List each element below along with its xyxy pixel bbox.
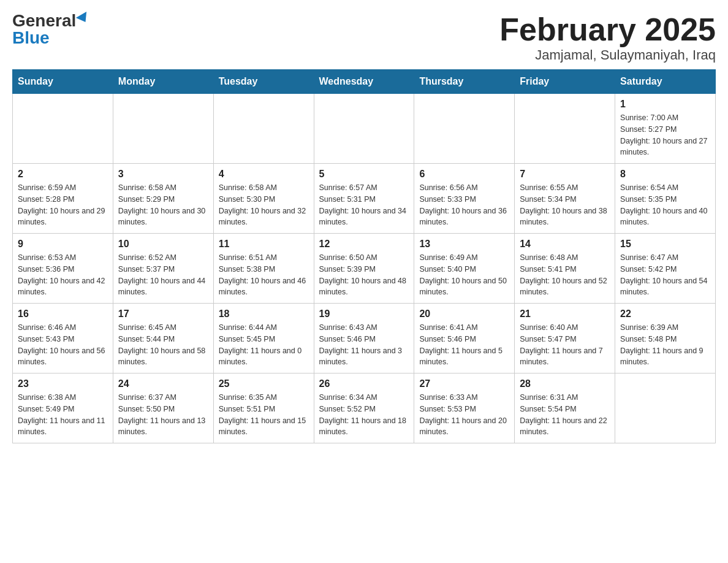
weekday-header-tuesday: Tuesday: [213, 70, 314, 94]
day-info: Sunrise: 6:35 AMSunset: 5:51 PMDaylight:…: [219, 392, 309, 438]
calendar-cell: 28Sunrise: 6:31 AMSunset: 5:54 PMDayligh…: [515, 373, 615, 443]
day-number: 2: [18, 169, 108, 180]
calendar-cell: 14Sunrise: 6:48 AMSunset: 5:41 PMDayligh…: [515, 234, 615, 304]
day-number: 4: [219, 169, 309, 180]
calendar-cell: [213, 94, 314, 164]
day-info: Sunrise: 6:43 AMSunset: 5:46 PMDaylight:…: [319, 322, 409, 368]
calendar-cell: 16Sunrise: 6:46 AMSunset: 5:43 PMDayligh…: [13, 304, 113, 373]
day-number: 21: [520, 308, 610, 320]
week-row-1: 1Sunrise: 7:00 AMSunset: 5:27 PMDaylight…: [13, 94, 716, 164]
day-info: Sunrise: 6:31 AMSunset: 5:54 PMDaylight:…: [520, 392, 610, 438]
day-info: Sunrise: 6:53 AMSunset: 5:36 PMDaylight:…: [18, 252, 108, 298]
week-row-5: 23Sunrise: 6:38 AMSunset: 5:49 PMDayligh…: [13, 373, 716, 443]
page-header: General Blue February 2025 Jamjamal, Sul…: [12, 12, 716, 63]
calendar-cell: 8Sunrise: 6:54 AMSunset: 5:35 PMDaylight…: [615, 164, 716, 234]
calendar-cell: 26Sunrise: 6:34 AMSunset: 5:52 PMDayligh…: [314, 373, 414, 443]
day-info: Sunrise: 6:59 AMSunset: 5:28 PMDaylight:…: [18, 182, 108, 228]
weekday-header-thursday: Thursday: [414, 70, 515, 94]
day-number: 16: [18, 308, 108, 320]
day-number: 28: [520, 378, 610, 389]
day-number: 17: [118, 308, 208, 320]
day-info: Sunrise: 6:55 AMSunset: 5:34 PMDaylight:…: [520, 182, 610, 228]
logo-general-text: General: [12, 12, 76, 29]
day-info: Sunrise: 6:41 AMSunset: 5:46 PMDaylight:…: [419, 322, 509, 368]
calendar-cell: [314, 94, 414, 164]
day-info: Sunrise: 6:44 AMSunset: 5:45 PMDaylight:…: [219, 322, 309, 368]
day-info: Sunrise: 6:40 AMSunset: 5:47 PMDaylight:…: [520, 322, 610, 368]
day-info: Sunrise: 6:39 AMSunset: 5:48 PMDaylight:…: [620, 322, 710, 368]
day-number: 3: [118, 169, 208, 180]
calendar-cell: 23Sunrise: 6:38 AMSunset: 5:49 PMDayligh…: [13, 373, 113, 443]
day-info: Sunrise: 6:58 AMSunset: 5:30 PMDaylight:…: [219, 182, 309, 228]
calendar-cell: 25Sunrise: 6:35 AMSunset: 5:51 PMDayligh…: [213, 373, 314, 443]
logo-triangle-icon: [76, 12, 91, 25]
calendar-cell: 27Sunrise: 6:33 AMSunset: 5:53 PMDayligh…: [414, 373, 515, 443]
day-number: 11: [219, 239, 309, 250]
day-info: Sunrise: 6:50 AMSunset: 5:39 PMDaylight:…: [319, 252, 409, 298]
calendar-cell: [515, 94, 615, 164]
month-title: February 2025: [499, 12, 716, 47]
day-number: 5: [319, 169, 409, 180]
calendar-cell: 4Sunrise: 6:58 AMSunset: 5:30 PMDaylight…: [213, 164, 314, 234]
calendar-cell: [414, 94, 515, 164]
day-number: 26: [319, 378, 409, 389]
day-info: Sunrise: 7:00 AMSunset: 5:27 PMDaylight:…: [620, 112, 710, 158]
calendar-cell: 10Sunrise: 6:52 AMSunset: 5:37 PMDayligh…: [113, 234, 213, 304]
day-info: Sunrise: 6:56 AMSunset: 5:33 PMDaylight:…: [419, 182, 509, 228]
day-info: Sunrise: 6:49 AMSunset: 5:40 PMDaylight:…: [419, 252, 509, 298]
weekday-header-row: SundayMondayTuesdayWednesdayThursdayFrid…: [13, 70, 716, 94]
calendar-cell: 21Sunrise: 6:40 AMSunset: 5:47 PMDayligh…: [515, 304, 615, 373]
calendar-cell: 3Sunrise: 6:58 AMSunset: 5:29 PMDaylight…: [113, 164, 213, 234]
calendar-cell: 13Sunrise: 6:49 AMSunset: 5:40 PMDayligh…: [414, 234, 515, 304]
calendar-cell: 24Sunrise: 6:37 AMSunset: 5:50 PMDayligh…: [113, 373, 213, 443]
day-number: 12: [319, 239, 409, 250]
calendar-cell: 6Sunrise: 6:56 AMSunset: 5:33 PMDaylight…: [414, 164, 515, 234]
day-info: Sunrise: 6:52 AMSunset: 5:37 PMDaylight:…: [118, 252, 208, 298]
title-section: February 2025 Jamjamal, Sulaymaniyah, Ir…: [499, 12, 716, 63]
weekday-header-sunday: Sunday: [13, 70, 113, 94]
day-number: 7: [520, 169, 610, 180]
calendar-cell: 9Sunrise: 6:53 AMSunset: 5:36 PMDaylight…: [13, 234, 113, 304]
calendar-cell: 15Sunrise: 6:47 AMSunset: 5:42 PMDayligh…: [615, 234, 716, 304]
day-number: 10: [118, 239, 208, 250]
logo-blue-text: Blue: [12, 29, 50, 47]
day-info: Sunrise: 6:57 AMSunset: 5:31 PMDaylight:…: [319, 182, 409, 228]
calendar-cell: 11Sunrise: 6:51 AMSunset: 5:38 PMDayligh…: [213, 234, 314, 304]
day-number: 9: [18, 239, 108, 250]
weekday-header-monday: Monday: [113, 70, 213, 94]
day-number: 27: [419, 378, 509, 389]
week-row-2: 2Sunrise: 6:59 AMSunset: 5:28 PMDaylight…: [13, 164, 716, 234]
day-info: Sunrise: 6:58 AMSunset: 5:29 PMDaylight:…: [118, 182, 208, 228]
day-info: Sunrise: 6:37 AMSunset: 5:50 PMDaylight:…: [118, 392, 208, 438]
day-info: Sunrise: 6:54 AMSunset: 5:35 PMDaylight:…: [620, 182, 710, 228]
day-number: 14: [520, 239, 610, 250]
day-number: 1: [620, 99, 710, 110]
day-number: 18: [219, 308, 309, 320]
day-info: Sunrise: 6:38 AMSunset: 5:49 PMDaylight:…: [18, 392, 108, 438]
day-info: Sunrise: 6:48 AMSunset: 5:41 PMDaylight:…: [520, 252, 610, 298]
day-number: 22: [620, 308, 710, 320]
calendar-cell: 7Sunrise: 6:55 AMSunset: 5:34 PMDaylight…: [515, 164, 615, 234]
day-number: 20: [419, 308, 509, 320]
location: Jamjamal, Sulaymaniyah, Iraq: [499, 47, 716, 63]
day-info: Sunrise: 6:46 AMSunset: 5:43 PMDaylight:…: [18, 322, 108, 368]
week-row-3: 9Sunrise: 6:53 AMSunset: 5:36 PMDaylight…: [13, 234, 716, 304]
day-number: 13: [419, 239, 509, 250]
day-info: Sunrise: 6:34 AMSunset: 5:52 PMDaylight:…: [319, 392, 409, 438]
calendar-cell: 2Sunrise: 6:59 AMSunset: 5:28 PMDaylight…: [13, 164, 113, 234]
day-number: 8: [620, 169, 710, 180]
day-info: Sunrise: 6:33 AMSunset: 5:53 PMDaylight:…: [419, 392, 509, 438]
weekday-header-friday: Friday: [515, 70, 615, 94]
calendar-cell: 22Sunrise: 6:39 AMSunset: 5:48 PMDayligh…: [615, 304, 716, 373]
calendar-cell: 12Sunrise: 6:50 AMSunset: 5:39 PMDayligh…: [314, 234, 414, 304]
calendar-table: SundayMondayTuesdayWednesdayThursdayFrid…: [12, 69, 716, 443]
calendar-cell: [13, 94, 113, 164]
day-info: Sunrise: 6:51 AMSunset: 5:38 PMDaylight:…: [219, 252, 309, 298]
calendar-cell: 1Sunrise: 7:00 AMSunset: 5:27 PMDaylight…: [615, 94, 716, 164]
weekday-header-wednesday: Wednesday: [314, 70, 414, 94]
day-info: Sunrise: 6:45 AMSunset: 5:44 PMDaylight:…: [118, 322, 208, 368]
logo: General Blue: [12, 12, 89, 47]
day-number: 23: [18, 378, 108, 389]
day-number: 19: [319, 308, 409, 320]
calendar-cell: [113, 94, 213, 164]
